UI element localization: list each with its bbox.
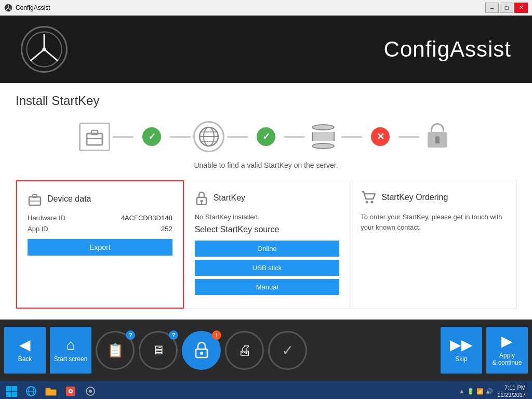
skip-button[interactable]: ▶▶ Skip bbox=[441, 327, 482, 374]
taskbar-date-display: 11/29/2017 bbox=[497, 391, 526, 398]
briefcase-icon bbox=[79, 123, 110, 151]
ordering-title: StartKey Ordering bbox=[381, 193, 448, 202]
connector-3 bbox=[227, 136, 248, 138]
check-icon-1: ✓ bbox=[142, 127, 161, 146]
back-icon: ◀ bbox=[19, 338, 31, 352]
circle-button-5[interactable]: ✓ bbox=[268, 331, 307, 370]
svg-point-37 bbox=[70, 390, 72, 392]
maximize-button[interactable]: □ bbox=[500, 3, 513, 13]
lock-active-icon bbox=[194, 342, 209, 358]
svg-point-27 bbox=[200, 352, 203, 355]
cart-icon bbox=[361, 191, 376, 204]
svg-rect-11 bbox=[91, 130, 98, 135]
suitcase-card-icon bbox=[28, 192, 42, 206]
usb-stick-button[interactable]: USB stick bbox=[195, 260, 340, 276]
lock-card-icon bbox=[195, 191, 208, 205]
taskbar-icon-2: 📶 bbox=[476, 388, 484, 395]
select-source-label: Select StartKey source bbox=[195, 225, 340, 234]
badge-2: ? bbox=[169, 330, 178, 340]
app-id-row: App ID 252 bbox=[28, 225, 172, 233]
network-icon: ▲ bbox=[459, 388, 465, 395]
app-id-value: 252 bbox=[161, 225, 172, 233]
ie-icon bbox=[25, 385, 37, 397]
skip-icon: ▶▶ bbox=[450, 338, 473, 352]
export-button[interactable]: Export bbox=[28, 239, 172, 256]
paint-icon bbox=[65, 385, 76, 397]
hardware-id-label: Hardware ID bbox=[28, 214, 65, 222]
taskbar-icon-1: 🔋 bbox=[467, 388, 474, 395]
taskbar-paint[interactable] bbox=[61, 382, 80, 399]
svg-point-9 bbox=[43, 48, 46, 51]
lock-icon bbox=[426, 123, 449, 150]
taskbar: ▲ 🔋 📶 🔊 7:11 PM 11/29/2017 bbox=[0, 381, 532, 399]
progress-step-x: ✕ bbox=[362, 118, 398, 155]
startkey-card: StartKey No StartKey installed. Select S… bbox=[184, 180, 350, 309]
check-icon-2: ✓ bbox=[257, 127, 275, 146]
printer-icon: 🖨 bbox=[238, 342, 251, 358]
windows-logo bbox=[5, 385, 18, 397]
startkey-ordering-card: StartKey Ordering To order your StartKey… bbox=[350, 180, 516, 309]
progress-step-check2: ✓ bbox=[248, 118, 284, 155]
svg-rect-19 bbox=[33, 194, 37, 197]
progress-step-database bbox=[305, 118, 341, 155]
windows-start-button[interactable] bbox=[2, 382, 21, 399]
app-id-label: App ID bbox=[28, 225, 48, 233]
page-title: Install StartKey bbox=[16, 94, 516, 108]
taskbar-clock: 7:11 PM 11/29/2017 bbox=[497, 384, 526, 399]
close-button[interactable]: ✕ bbox=[514, 3, 528, 13]
progress-step-lock bbox=[419, 118, 456, 155]
svg-point-24 bbox=[366, 201, 368, 204]
minimize-button[interactable]: – bbox=[485, 3, 499, 13]
start-screen-label: Start screen bbox=[54, 355, 88, 363]
svg-point-22 bbox=[200, 200, 203, 203]
progress-step-briefcase bbox=[76, 118, 113, 155]
start-screen-button[interactable]: ⌂ Start screen bbox=[50, 327, 91, 374]
back-button[interactable]: ◀ Back bbox=[4, 327, 46, 374]
checkmark-icon: ✓ bbox=[282, 342, 294, 359]
connector-4 bbox=[284, 136, 305, 138]
app-header: ConfigAssist bbox=[0, 16, 532, 83]
svg-rect-29 bbox=[12, 386, 17, 391]
svg-point-25 bbox=[371, 201, 374, 204]
title-bar-controls: – □ ✕ bbox=[485, 3, 528, 13]
taskbar-time-display: 7:11 PM bbox=[497, 384, 526, 391]
bottom-toolbar: ◀ Back ⌂ Start screen 📋 ? 🖥 ? ! 🖨 ✓ ▶▶ S… bbox=[0, 320, 532, 381]
circle-button-2[interactable]: 🖥 ? bbox=[139, 331, 178, 370]
monitor-icon: 🖥 bbox=[152, 343, 165, 357]
hardware-id-value: 4ACFCDB3D148 bbox=[121, 214, 172, 222]
taskbar-ie[interactable] bbox=[22, 382, 41, 399]
x-icon: ✕ bbox=[371, 127, 390, 146]
progress-bar: ✓ ✓ bbox=[16, 118, 516, 155]
globe-icon bbox=[193, 121, 224, 152]
circle-button-3[interactable]: ! bbox=[182, 331, 221, 370]
cards-row: Device data Hardware ID 4ACFCDB3D148 App… bbox=[16, 180, 516, 309]
taskbar-folder[interactable] bbox=[42, 382, 60, 399]
content-area: Install StartKey ✓ bbox=[0, 83, 532, 320]
device-data-header: Device data bbox=[28, 192, 172, 206]
device-data-title: Device data bbox=[47, 194, 91, 204]
settings-icon bbox=[85, 385, 96, 397]
startkey-title: StartKey bbox=[214, 193, 245, 203]
home-icon: ⌂ bbox=[66, 338, 75, 352]
connector-5 bbox=[341, 136, 362, 138]
online-button[interactable]: Online bbox=[195, 241, 340, 257]
manual-button[interactable]: Manual bbox=[195, 279, 340, 295]
apply-continue-label: Apply& continue bbox=[493, 352, 522, 366]
taskbar-system-icons: ▲ 🔋 📶 🔊 bbox=[459, 388, 493, 395]
svg-rect-31 bbox=[12, 392, 17, 397]
connector-2 bbox=[170, 136, 191, 138]
progress-message: Unable to find a valid StartKey on the s… bbox=[16, 161, 516, 169]
mercedes-logo bbox=[21, 26, 68, 73]
app-title: ConfigAssist bbox=[384, 37, 511, 62]
taskbar-icon-3: 🔊 bbox=[486, 388, 493, 395]
taskbar-settings[interactable] bbox=[81, 382, 100, 399]
badge-1: ? bbox=[126, 330, 135, 340]
apply-continue-button[interactable]: ▶ Apply& continue bbox=[486, 327, 528, 374]
back-label: Back bbox=[18, 355, 32, 363]
svg-rect-30 bbox=[6, 392, 11, 397]
circle-button-4[interactable]: 🖨 bbox=[225, 331, 264, 370]
taskbar-right: ▲ 🔋 📶 🔊 7:11 PM 11/29/2017 bbox=[459, 384, 530, 399]
progress-step-globe bbox=[191, 118, 227, 155]
circle-button-1[interactable]: 📋 ? bbox=[96, 331, 135, 370]
title-bar-left: ConfigAssist bbox=[4, 4, 50, 12]
